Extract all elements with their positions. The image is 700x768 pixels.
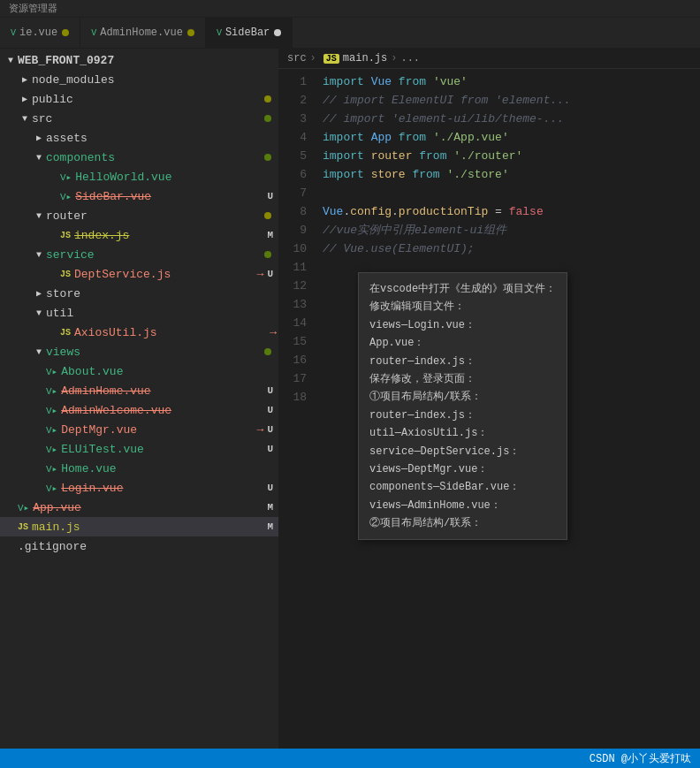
file-label: HelloWorld.vue <box>75 171 278 184</box>
sidebar-item-public[interactable]: ▶ public <box>0 89 278 109</box>
project-root[interactable]: ▼ WEB_FRONT_0927 <box>0 50 278 70</box>
sidebar-item-deptservice[interactable]: JS DeptService.js → U <box>0 264 278 284</box>
sidebar-item-util[interactable]: ▼ util <box>0 303 278 323</box>
tab-sidebar-vue[interactable]: V SideBar <box>206 18 293 48</box>
sidebar-item-router[interactable]: ▼ router <box>0 206 278 225</box>
sidebar-item-adminhome[interactable]: V▸ AdminHome.vue U <box>0 381 278 400</box>
tab-adminhome-vue[interactable]: V AdminHome.vue <box>80 18 206 48</box>
line-num: 12 <box>278 277 307 295</box>
watermark-label: CSDN @小丫头爱打呔 <box>590 751 691 766</box>
expand-arrow: ▼ <box>32 153 46 163</box>
code-wrapper: 1 2 3 4 5 6 7 8 9 10 11 12 13 14 15 16 1… <box>278 69 700 749</box>
tooltip-line: views—DeptMgr.vue： <box>369 460 556 478</box>
file-badge: U <box>267 444 273 454</box>
expand-arrow: ▶ <box>18 94 32 104</box>
status-dot <box>264 212 271 219</box>
tooltip-line: 在vscode中打开《生成的》项目文件： <box>369 280 556 298</box>
file-label: SideBar.vue <box>75 190 267 203</box>
vue-icon: V▸ <box>60 191 72 202</box>
sidebar-item-assets[interactable]: ▶ assets <box>0 128 278 148</box>
file-badge: M <box>267 230 273 240</box>
vue-icon: V▸ <box>46 483 57 494</box>
status-dot <box>264 115 271 122</box>
breadcrumb-js-badge: JS <box>323 54 339 64</box>
expand-arrow: ▶ <box>32 133 46 143</box>
file-label: DeptMgr.vue <box>61 423 256 437</box>
vue-icon: V▸ <box>46 405 57 416</box>
expand-arrow: ▶ <box>18 74 32 85</box>
file-label: index.js <box>74 229 267 242</box>
sidebar-item-about[interactable]: V▸ About.vue <box>0 361 278 381</box>
file-label: Home.vue <box>61 462 278 475</box>
breadcrumb-sep1: › <box>310 52 316 65</box>
sidebar-item-axiosutil[interactable]: JS AxiosUtil.js → <box>0 323 278 342</box>
file-badge: U <box>267 405 273 415</box>
breadcrumb-filename: main.js <box>343 52 387 65</box>
code-line-5: import router from './router' <box>323 147 700 165</box>
status-dot <box>264 251 271 258</box>
breadcrumb-dots: ... <box>400 52 420 65</box>
tooltip-line: components—SideBar.vue： <box>369 478 556 496</box>
sidebar-item-eluitest[interactable]: V▸ ELUiTest.vue U <box>0 439 278 459</box>
tooltip-line: 修改编辑项目文件： <box>369 298 556 316</box>
file-label: AdminHome.vue <box>61 384 267 398</box>
line-num: 11 <box>278 258 307 277</box>
expand-arrow: ▶ <box>32 288 46 299</box>
expand-arrow: ▼ <box>32 250 46 260</box>
vue-icon: V▸ <box>46 366 57 377</box>
breadcrumb: src › JS main.js › ... <box>278 49 700 69</box>
sidebar-item-gitignore[interactable]: .gitignore <box>0 536 278 556</box>
vue-icon: V▸ <box>46 385 57 397</box>
code-line-8: Vue.config.productionTip = false <box>323 202 700 221</box>
tab-ie-vue[interactable]: V ie.vue <box>0 18 80 48</box>
folder-label: service <box>46 248 264 262</box>
sidebar-item-router-index[interactable]: JS index.js M <box>0 225 278 245</box>
vue-icon: V <box>11 28 16 38</box>
folder-label: util <box>46 307 278 320</box>
file-badge: U <box>267 483 273 493</box>
arrow-icon: → <box>257 268 264 281</box>
sidebar-item-helloworld[interactable]: V▸ HelloWorld.vue <box>0 167 278 186</box>
file-badge: U <box>267 269 273 279</box>
code-line-7 <box>323 184 700 202</box>
folder-label: assets <box>46 132 278 145</box>
sidebar-item-node-modules[interactable]: ▶ node_modules <box>0 70 278 89</box>
tab-dot <box>274 29 281 36</box>
file-label: AdminWelcome.vue <box>61 404 267 417</box>
tooltip-line: App.vue： <box>369 334 556 352</box>
file-label: main.js <box>32 521 267 534</box>
file-label: .gitignore <box>18 540 278 553</box>
sidebar-item-src[interactable]: ▼ src <box>0 109 278 128</box>
tab-label: ie.vue <box>19 27 57 39</box>
sidebar-item-login[interactable]: V▸ Login.vue U <box>0 478 278 498</box>
sidebar-item-adminwelcome[interactable]: V▸ AdminWelcome.vue U <box>0 400 278 420</box>
sidebar-item-main-js[interactable]: JS main.js M <box>0 517 278 536</box>
tab-label: SideBar <box>225 27 270 39</box>
tooltip-line: router—index.js： <box>369 353 556 370</box>
sidebar-item-app-vue[interactable]: V▸ App.vue M <box>0 498 278 517</box>
expand-arrow: ▼ <box>32 211 46 221</box>
status-dot <box>264 95 271 103</box>
sidebar-item-components[interactable]: ▼ components <box>0 148 278 167</box>
file-badge: U <box>267 385 273 396</box>
file-badge: M <box>267 521 273 532</box>
sidebar-item-store[interactable]: ▶ store <box>0 284 278 303</box>
line-num: 9 <box>278 221 307 240</box>
line-num: 14 <box>278 314 307 332</box>
expand-arrow: ▼ <box>32 347 46 357</box>
sidebar-item-home[interactable]: V▸ Home.vue <box>0 459 278 478</box>
sidebar-item-views[interactable]: ▼ views <box>0 342 278 361</box>
line-num: 15 <box>278 332 307 351</box>
vue-icon: V▸ <box>46 424 57 436</box>
breadcrumb-sep2: › <box>391 52 397 65</box>
code-line-10: // Vue.use(ElementUI); <box>323 240 700 258</box>
js-icon: JS <box>60 328 71 338</box>
resource-manager-header: 资源管理器 <box>0 0 700 18</box>
sidebar-item-sidebar-vue[interactable]: V▸ SideBar.vue U <box>0 186 278 206</box>
code-line-2: // import ElementUI from 'element... <box>323 91 700 110</box>
tab-dot <box>187 29 194 36</box>
sidebar-item-deptmgr[interactable]: V▸ DeptMgr.vue → U <box>0 420 278 439</box>
line-num: 4 <box>278 128 307 147</box>
sidebar-item-service[interactable]: ▼ service <box>0 245 278 264</box>
tooltip-line: router—index.js： <box>369 407 556 424</box>
